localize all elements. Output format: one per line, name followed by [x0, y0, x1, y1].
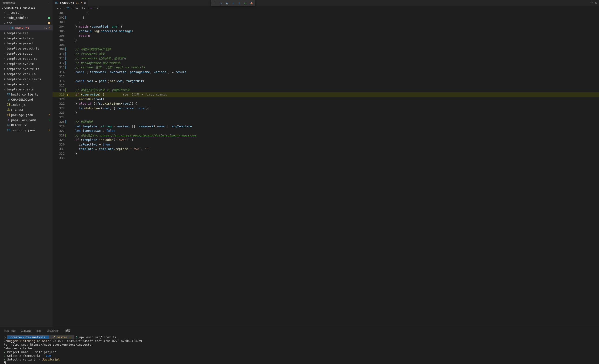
folder-item[interactable]: ›template-lit	[0, 30, 53, 35]
breadcrumbs[interactable]: src › TS index.ts › ◇ init	[53, 6, 599, 11]
more-icon[interactable]: ⋯	[48, 1, 50, 4]
code-line[interactable]: }	[72, 151, 599, 156]
code-line[interactable]: template = template.replace('-swc', '')	[72, 147, 599, 151]
line-number[interactable]: 322	[53, 106, 65, 111]
debug-restart-button[interactable]: ↻	[244, 1, 246, 5]
line-number[interactable]: 304	[53, 24, 65, 29]
line-number[interactable]: 310	[53, 52, 65, 56]
drag-handle-icon[interactable]: ⠿	[213, 1, 216, 5]
code-line[interactable]: if (template.includes('-swc')) {	[72, 138, 599, 142]
tab-gitlens[interactable]: GITLENS	[21, 328, 31, 334]
code-line[interactable]: console.log(cancelled.message)	[72, 29, 599, 34]
line-number[interactable]: 312	[53, 61, 65, 65]
project-header[interactable]: ⌄ CREATE-VITE-ANALYSIS	[0, 6, 53, 10]
tab-problems[interactable]: 问题 9	[4, 328, 16, 334]
code-line[interactable]: }	[72, 38, 599, 43]
file-item[interactable]: ⓘREADME.md	[0, 122, 53, 128]
line-number[interactable]: 323	[53, 110, 65, 115]
line-number[interactable]: 308	[53, 43, 65, 47]
folder-item[interactable]: ›template-svelte	[0, 61, 53, 66]
run-icon[interactable]: ▷	[591, 0, 592, 4]
code-line[interactable]	[72, 156, 599, 160]
code-line[interactable]: // 是否包含swc https://cn.vitejs.dev/plugins…	[72, 133, 599, 138]
debug-step-over-button[interactable]: ↷	[226, 1, 228, 5]
code-line[interactable]: const root = path.join(cwd, targetDir)	[72, 79, 599, 83]
code-line[interactable]: // framework 框架	[72, 52, 599, 56]
line-number[interactable]: 327	[53, 129, 65, 133]
code-line[interactable]: }	[72, 15, 599, 20]
debug-continue-button[interactable]: ▷	[220, 1, 222, 5]
line-number[interactable]: 305	[53, 29, 65, 34]
file-item[interactable]: ◷CHANGELOG.md	[0, 97, 53, 102]
tab-output[interactable]: 输出	[36, 328, 42, 334]
line-number[interactable]: 316	[53, 79, 65, 83]
line-number[interactable]: 332	[53, 151, 65, 156]
folder-item[interactable]: ›template-preact	[0, 41, 53, 46]
code-line[interactable]: // variant 变体， 比如 react => react-ts	[72, 65, 599, 70]
code-line[interactable]: isReactSwc = true	[72, 142, 599, 147]
folder-item[interactable]: ›template-lit-ts	[0, 35, 53, 41]
line-number[interactable]: 315	[53, 74, 65, 79]
code-lines[interactable]: }, } ) } catch (cancelled: any) { consol…	[72, 11, 599, 160]
folder-item[interactable]: ›template-vue	[0, 82, 53, 87]
split-editor-icon[interactable]: ◫	[595, 0, 597, 4]
code-line[interactable]: )	[72, 20, 599, 24]
line-number[interactable]: 317	[53, 83, 65, 88]
file-item[interactable]: TSbuild.config.ts	[0, 92, 53, 97]
line-number[interactable]: 301	[53, 11, 65, 15]
folder-item[interactable]: ›template-svelte-ts	[0, 66, 53, 71]
folder-item[interactable]: ›template-react	[0, 51, 53, 56]
file-item[interactable]: ⁂LICENSE	[0, 107, 53, 112]
folder-item[interactable]: ›__tests__	[0, 10, 53, 15]
editor-tab[interactable]: TS index.ts 1, M ×	[53, 0, 88, 6]
code-line[interactable]: // packageName 输入的项目名	[72, 61, 599, 65]
folder-item[interactable]: ⌄src●	[0, 20, 53, 25]
line-number[interactable]: 302	[53, 15, 65, 20]
line-number[interactable]: 309	[53, 47, 65, 52]
code-line[interactable]	[72, 74, 599, 79]
line-number[interactable]: 320	[53, 97, 65, 102]
code-line[interactable]: },	[72, 11, 599, 15]
debug-disconnect-button[interactable]: ⏏	[250, 1, 252, 5]
line-number[interactable]: 313	[53, 65, 65, 70]
debug-step-out-button[interactable]: ↑	[238, 1, 240, 5]
line-number[interactable]: 325	[53, 120, 65, 124]
folder-item[interactable]: ›template-vanilla	[0, 71, 53, 77]
folder-item[interactable]: ›template-vanilla-ts	[0, 77, 53, 82]
code-line[interactable]: } else if (!fs.existsSync(root)) {	[72, 101, 599, 106]
tab-debug-console[interactable]: 调试控制台	[47, 328, 60, 334]
terminal[interactable]: ○ create-vite-analysis ⎇ master ± ❯ npx …	[0, 335, 599, 364]
code-line[interactable]: }	[72, 110, 599, 115]
line-number[interactable]: 331	[53, 147, 65, 151]
folder-item[interactable]: ›template-preact-ts	[0, 46, 53, 51]
line-number[interactable]: 303	[53, 20, 65, 24]
line-number[interactable]: 307	[53, 38, 65, 43]
code-line[interactable]: // overwrite 已有目录，是否重写	[72, 56, 599, 61]
line-number[interactable]: 311	[53, 56, 65, 61]
folder-item[interactable]: ›node_modules●	[0, 15, 53, 20]
folder-item[interactable]: ›template-react-ts	[0, 56, 53, 61]
line-number[interactable]: 324	[53, 115, 65, 120]
code-line[interactable]: // 确定模板	[72, 120, 599, 124]
breadcrumb-segment[interactable]: index.ts	[71, 7, 86, 10]
folder-item[interactable]: ›template-vue-ts	[0, 87, 53, 92]
code-line[interactable]: let template: string = variant || framew…	[72, 124, 599, 129]
code-line[interactable]: fs.mkdirSync(root, { recursive: true })	[72, 106, 599, 111]
code-line[interactable]	[72, 83, 599, 88]
file-item[interactable]: TStsconfig.jsonM	[0, 128, 53, 133]
close-icon[interactable]: ×	[84, 1, 86, 5]
line-number[interactable]: 314	[53, 70, 65, 74]
line-number[interactable]: 306	[53, 34, 65, 38]
line-number[interactable]: 318	[53, 88, 65, 93]
debug-step-into-button[interactable]: ↓	[232, 1, 234, 5]
code-line[interactable]: // 与提示关联的用户选择	[72, 47, 599, 52]
file-item[interactable]: !pnpm-lock.yamlU	[0, 117, 53, 122]
code-line[interactable]: emptyDir(root)	[72, 97, 599, 102]
line-number[interactable]: 329	[53, 138, 65, 142]
breadcrumb-segment[interactable]: init	[93, 7, 100, 10]
code-line[interactable]	[72, 115, 599, 120]
line-number[interactable]: 326	[53, 124, 65, 129]
code-line[interactable]: return	[72, 34, 599, 38]
tab-terminal[interactable]: 终端	[65, 328, 70, 334]
code-editor[interactable]: 3013023033043053063073083093103113123133…	[53, 11, 599, 327]
